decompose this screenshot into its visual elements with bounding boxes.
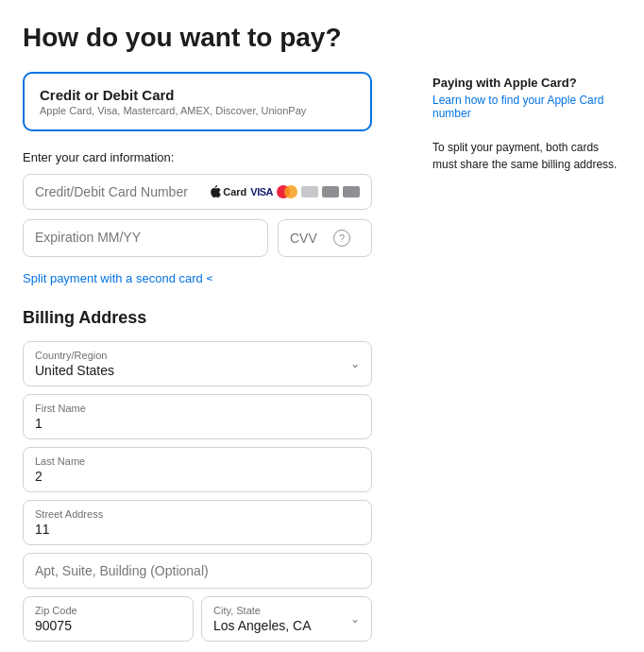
payment-option-title: Credit or Debit Card xyxy=(40,87,355,103)
expiry-field xyxy=(23,219,268,257)
city-state-chevron-icon: ⌄ xyxy=(350,612,360,626)
billing-address-title: Billing Address xyxy=(23,308,402,328)
country-chevron-icon: ⌄ xyxy=(350,357,360,370)
split-payment-link[interactable]: Split payment with a second card ∨ xyxy=(23,271,213,285)
apple-card-info-title: Paying with Apple Card? xyxy=(432,76,621,90)
first-name-input[interactable] xyxy=(35,416,360,431)
expiry-cvv-row: ? xyxy=(23,219,372,257)
zip-code-label: Zip Code xyxy=(35,605,181,616)
first-name-field[interactable]: First Name xyxy=(23,394,372,439)
first-name-label: First Name xyxy=(35,403,360,414)
discover-icon xyxy=(322,186,339,197)
billing-address-fields: Country/Region United States ⌄ First Nam… xyxy=(23,341,372,642)
country-region-dropdown[interactable]: Country/Region United States ⌄ xyxy=(23,341,372,386)
cvv-wrapper: ? xyxy=(278,219,372,257)
mastercard-icon xyxy=(277,185,297,198)
payment-option-subtitle: Apple Card, Visa, Mastercard, AMEX, Disc… xyxy=(40,105,355,116)
card-info-label: Enter your card information: xyxy=(23,150,402,164)
apt-field xyxy=(23,553,372,589)
street-address-field[interactable]: Street Address xyxy=(23,500,372,545)
city-state-label: City, State xyxy=(213,605,350,616)
last-name-input[interactable] xyxy=(35,469,360,484)
city-state-field[interactable]: City, State Los Angeles, CA ⌄ xyxy=(201,596,372,642)
split-payment-label: Split payment with a second card xyxy=(23,271,203,285)
country-region-label: Country/Region xyxy=(35,350,350,361)
card-brand-icons: Card VISA xyxy=(210,185,360,198)
apple-card-icon: Card xyxy=(210,185,246,198)
street-address-input[interactable] xyxy=(35,522,360,537)
country-region-value: United States xyxy=(35,363,350,378)
visa-icon: VISA xyxy=(250,186,273,197)
zip-code-input[interactable] xyxy=(35,618,181,633)
amex-icon xyxy=(301,186,318,197)
country-region-inner: Country/Region United States xyxy=(35,350,350,378)
cvv-help-button[interactable]: ? xyxy=(333,230,350,247)
last-name-label: Last Name xyxy=(35,455,360,467)
apple-card-learn-link[interactable]: Learn how to find your Apple Card number xyxy=(432,94,621,120)
zip-code-field[interactable]: Zip Code xyxy=(23,596,194,642)
last-name-field[interactable]: Last Name xyxy=(23,447,372,492)
credit-debit-card-option[interactable]: Credit or Debit Card Apple Card, Visa, M… xyxy=(23,72,372,131)
unionpay-icon xyxy=(343,186,360,197)
zip-city-row: Zip Code City, State Los Angeles, CA ⌄ xyxy=(23,596,372,642)
card-number-input[interactable] xyxy=(35,184,202,199)
page-title: How do you want to pay? xyxy=(23,23,621,53)
cvv-input[interactable] xyxy=(290,231,328,246)
apt-input[interactable] xyxy=(35,563,360,578)
city-state-inner: City, State Los Angeles, CA xyxy=(213,605,350,633)
card-number-row: Card VISA xyxy=(23,174,372,210)
street-address-label: Street Address xyxy=(35,508,360,520)
expiry-input[interactable] xyxy=(35,230,256,245)
split-payment-chevron: ∨ xyxy=(205,275,215,282)
city-state-value: Los Angeles, CA xyxy=(213,618,350,633)
right-panel: Paying with Apple Card? Learn how to fin… xyxy=(432,72,621,173)
split-info-text: To split your payment, both cards must s… xyxy=(432,139,621,173)
